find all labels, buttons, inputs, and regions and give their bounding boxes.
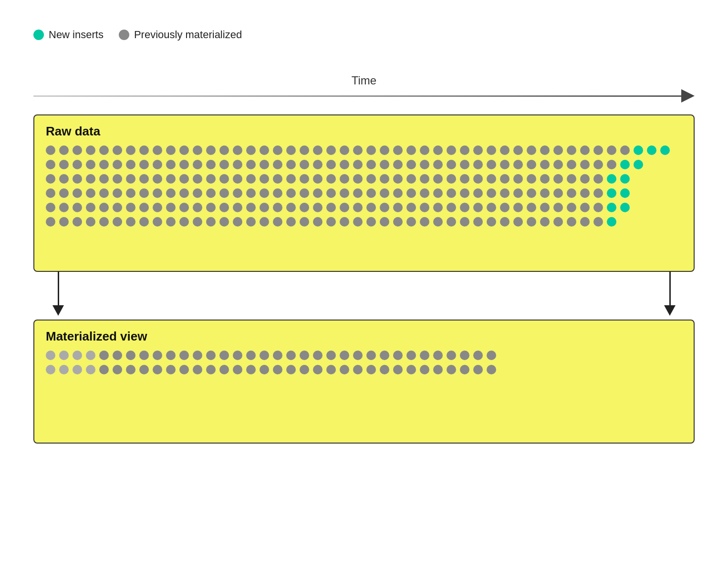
dot-gray xyxy=(233,365,242,374)
dot-gray-light xyxy=(86,365,95,374)
dot-gray xyxy=(447,160,456,169)
dot-gray xyxy=(540,217,550,227)
dot-gray xyxy=(273,217,282,227)
dot-teal xyxy=(647,145,656,155)
dot-gray xyxy=(313,160,322,169)
dot-gray xyxy=(193,160,202,169)
dot-gray xyxy=(46,188,55,198)
dot-gray xyxy=(353,188,363,198)
arrow-line-body xyxy=(33,95,681,97)
dot-gray xyxy=(513,145,523,155)
dot-gray xyxy=(540,174,550,184)
dot-gray xyxy=(86,145,95,155)
dot-gray xyxy=(340,174,349,184)
dot-gray xyxy=(433,203,443,212)
dot-gray xyxy=(580,217,590,227)
dot-gray xyxy=(73,188,82,198)
dot-gray xyxy=(260,217,269,227)
dot-gray xyxy=(353,365,363,374)
dot-teal xyxy=(620,203,630,212)
dot-gray xyxy=(406,160,416,169)
dot-gray xyxy=(326,351,336,360)
dot-gray xyxy=(273,365,282,374)
dot-gray xyxy=(553,217,563,227)
dot-gray xyxy=(433,174,443,184)
dot-gray xyxy=(500,203,510,212)
materialized-view-box: Materialized view xyxy=(33,320,695,444)
dot-gray xyxy=(246,188,256,198)
time-arrow-line xyxy=(33,90,695,102)
dot-gray xyxy=(260,145,269,155)
dot-gray xyxy=(219,365,229,374)
dot-gray xyxy=(59,160,69,169)
dot-gray xyxy=(179,365,189,374)
dot-gray xyxy=(420,174,429,184)
dot-gray xyxy=(366,365,376,374)
dot-gray xyxy=(153,203,162,212)
arrows-container xyxy=(33,272,695,320)
raw-data-dots-grid xyxy=(46,145,682,227)
dot-gray xyxy=(340,217,349,227)
dot-gray xyxy=(206,188,216,198)
dot-gray xyxy=(527,217,536,227)
dot-gray xyxy=(433,145,443,155)
dot-gray xyxy=(139,365,149,374)
dot-gray xyxy=(326,145,336,155)
dot-gray xyxy=(527,203,536,212)
dot-gray xyxy=(487,203,496,212)
dot-gray xyxy=(326,188,336,198)
dot-gray xyxy=(46,145,55,155)
dot-gray xyxy=(326,203,336,212)
dot-gray xyxy=(340,203,349,212)
dot-gray xyxy=(99,351,109,360)
dot-gray xyxy=(219,160,229,169)
dot-gray xyxy=(233,351,242,360)
dot-gray xyxy=(139,351,149,360)
dot-gray xyxy=(513,160,523,169)
dot-gray xyxy=(487,217,496,227)
materialized-view-title: Materialized view xyxy=(46,329,682,344)
dot-gray xyxy=(193,145,202,155)
dot-gray xyxy=(473,188,483,198)
dot-teal xyxy=(634,160,643,169)
raw-data-box: Raw data xyxy=(33,114,695,272)
dot-gray xyxy=(433,188,443,198)
dot-gray xyxy=(113,365,122,374)
dot-gray xyxy=(246,145,256,155)
right-arrow-line xyxy=(669,272,671,305)
dot-gray xyxy=(500,188,510,198)
arrow-head xyxy=(681,89,695,103)
dot-gray xyxy=(593,160,603,169)
dot-gray xyxy=(553,145,563,155)
dot-gray xyxy=(166,203,176,212)
dot-gray xyxy=(393,351,403,360)
dot-gray xyxy=(179,217,189,227)
dot-gray xyxy=(139,203,149,212)
dot-gray xyxy=(286,188,296,198)
dot-gray xyxy=(393,145,403,155)
dot-gray xyxy=(406,188,416,198)
dot-gray xyxy=(406,365,416,374)
dot-gray xyxy=(366,351,376,360)
dot-gray xyxy=(193,351,202,360)
dot-gray xyxy=(380,174,389,184)
dot-gray xyxy=(59,188,69,198)
dot-gray xyxy=(126,351,135,360)
dot-gray xyxy=(273,188,282,198)
dot-gray xyxy=(246,351,256,360)
dot-gray xyxy=(500,145,510,155)
dot-gray xyxy=(420,160,429,169)
dot-gray xyxy=(99,188,109,198)
dot-gray xyxy=(620,145,630,155)
dot-gray xyxy=(246,174,256,184)
dot-gray xyxy=(246,203,256,212)
dot-gray-light xyxy=(59,351,69,360)
dot-gray xyxy=(139,160,149,169)
dot-gray xyxy=(166,365,176,374)
dot-gray xyxy=(393,160,403,169)
dot-gray xyxy=(300,351,309,360)
raw-data-row-5 xyxy=(46,217,682,227)
dot-gray xyxy=(326,217,336,227)
dot-gray xyxy=(460,188,469,198)
dot-gray xyxy=(593,188,603,198)
